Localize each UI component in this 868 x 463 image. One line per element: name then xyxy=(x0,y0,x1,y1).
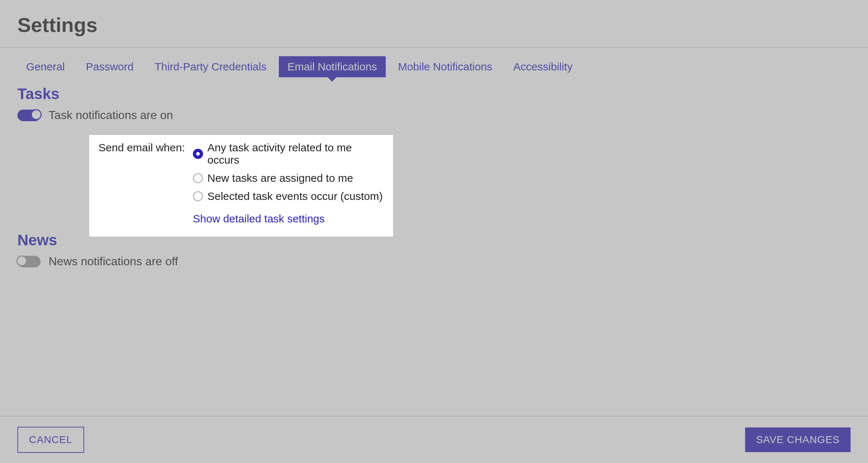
radio-icon xyxy=(193,149,203,159)
tasks-notifications-toggle[interactable] xyxy=(17,110,41,121)
send-email-label: Send email when: xyxy=(96,142,185,202)
footer-bar: CANCEL SAVE CHANGES xyxy=(0,416,868,463)
tab-mobile-notifications[interactable]: Mobile Notifications xyxy=(389,56,501,77)
tab-accessibility[interactable]: Accessibility xyxy=(505,56,581,77)
radio-label: Selected task events occur (custom) xyxy=(207,190,383,202)
tab-password[interactable]: Password xyxy=(77,56,142,77)
news-toggle-label: News notifications are off xyxy=(49,255,178,268)
tasks-toggle-row: Task notifications are on xyxy=(17,108,851,122)
radio-label: Any task activity related to me occurs xyxy=(207,142,383,166)
news-toggle-row: News notifications are off xyxy=(17,255,851,268)
tasks-section: Tasks Task notifications are on xyxy=(0,77,868,122)
send-email-radio-group: Any task activity related to me occurs N… xyxy=(193,142,383,202)
tab-third-party-credentials[interactable]: Third-Party Credentials xyxy=(146,56,275,77)
radio-new-tasks-assigned[interactable]: New tasks are assigned to me xyxy=(193,172,383,184)
radio-any-task-activity[interactable]: Any task activity related to me occurs xyxy=(193,142,383,166)
radio-label: New tasks are assigned to me xyxy=(207,172,353,184)
toggle-knob-icon xyxy=(16,255,27,266)
radio-selected-task-events[interactable]: Selected task events occur (custom) xyxy=(193,190,383,202)
save-changes-button[interactable]: SAVE CHANGES xyxy=(745,427,851,452)
settings-tabs: General Password Third-Party Credentials… xyxy=(0,48,868,77)
toggle-knob-icon xyxy=(31,109,42,120)
tab-general[interactable]: General xyxy=(17,56,74,77)
radio-icon xyxy=(193,173,203,183)
radio-icon xyxy=(193,191,203,201)
page-title: Settings xyxy=(17,13,851,37)
send-email-panel: Send email when: Any task activity relat… xyxy=(89,135,393,237)
dim-overlay xyxy=(393,135,868,237)
settings-header: Settings xyxy=(0,0,868,48)
news-notifications-toggle[interactable] xyxy=(17,256,41,267)
tab-email-notifications[interactable]: Email Notifications xyxy=(279,56,386,77)
tasks-heading: Tasks xyxy=(17,85,851,103)
cancel-button[interactable]: CANCEL xyxy=(17,427,84,453)
tasks-toggle-label: Task notifications are on xyxy=(49,108,173,122)
show-detailed-task-settings-link[interactable]: Show detailed task settings xyxy=(193,213,383,225)
dim-overlay xyxy=(0,135,89,237)
